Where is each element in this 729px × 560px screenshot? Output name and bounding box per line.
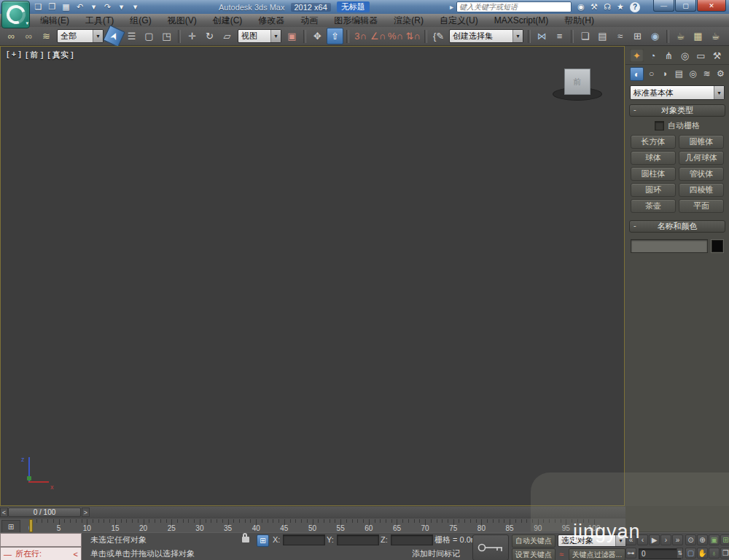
dropdown-arrow-icon[interactable]: ▾ [270,30,281,42]
menu-create[interactable]: 创建(C) [205,14,251,27]
tab-modify[interactable]: ◔ [646,49,660,62]
subtab-systems[interactable]: ⚙ [714,67,727,79]
minimize-button[interactable]: — [653,0,674,12]
redo-dropdown-icon[interactable]: ▾ [115,1,128,12]
viewcube-cube[interactable]: 前 [564,69,590,95]
dropdown-arrow-icon[interactable]: ▾ [512,30,523,42]
subscription-key-icon[interactable]: ⚒ [588,1,601,12]
communication-center-icon[interactable]: ☊ [601,1,614,12]
frame-spinner[interactable]: ⇅ [677,548,683,559]
teapot-button[interactable]: 茶壶 [631,199,676,213]
z-coord-field[interactable] [391,534,433,545]
time-slider-button[interactable]: 0 / 100 [8,508,81,517]
name-color-rollout-header[interactable]: - 名称和颜色 [629,220,725,233]
viewport-view-menu[interactable]: [ 前 ] [26,50,43,61]
select-and-link-icon[interactable]: ∞ [3,28,20,44]
menu-maxscript[interactable]: MAXScript(M) [486,14,557,27]
viewport-general-menu[interactable]: [ + ] [7,50,21,61]
edit-named-selection-sets-icon[interactable]: {✎ [430,28,447,44]
plane-button[interactable]: 平面 [679,199,724,213]
menu-views[interactable]: 视图(V) [160,14,205,27]
graphite-modeling-icon[interactable]: ▤ [594,28,611,44]
use-pivot-point-center-icon[interactable]: ▣ [284,28,300,44]
orbit-button[interactable]: ♁ [709,548,720,559]
open-file-icon[interactable]: ❒ [46,1,58,12]
select-object-icon[interactable]: ➤ [103,25,125,47]
menu-customize[interactable]: 自定义(U) [432,14,486,27]
window-crossing-toggle-icon[interactable]: ◳ [158,28,175,44]
box-button[interactable]: 长方体 [631,135,676,149]
maximize-viewport-button[interactable]: ❒ [720,548,729,559]
favorites-star-icon[interactable]: ★ [614,1,627,12]
render-setup-icon[interactable]: ☕ [672,28,689,44]
object-color-swatch[interactable] [711,239,724,253]
infocenter-expand-icon[interactable]: ▸ [450,3,453,11]
dropdown-arrow-icon[interactable]: ▾ [93,30,103,42]
menu-graph-editors[interactable]: 图形编辑器 [326,14,386,27]
manage-layers-icon[interactable]: ❏ [577,28,593,44]
select-and-move-icon[interactable]: ✛ [184,28,200,44]
material-editor-icon[interactable]: ◉ [647,28,663,44]
unlink-selection-icon[interactable]: ∞ [20,28,37,44]
tab-hierarchy[interactable]: ⋔ [662,49,676,62]
zoom-extents-button[interactable]: ▣ [709,534,720,545]
viewport-shading-menu[interactable]: [ 真实 ] [47,50,73,61]
absolute-mode-icon[interactable]: ⊞ [257,534,269,547]
torus-button[interactable]: 圆环 [631,183,676,197]
subtab-helpers[interactable]: ◎ [687,67,699,79]
go-to-end-button[interactable]: » [672,534,683,545]
mirror-icon[interactable]: ⋈ [534,28,550,44]
play-button[interactable]: ▶ [649,534,660,545]
spinner-snap-icon[interactable]: ⇅∩ [405,28,421,44]
application-menu-button[interactable]: ▾ [1,1,30,28]
dropdown-arrow-icon[interactable]: ▾ [714,86,724,99]
primitive-category-dropdown[interactable]: 标准基本体 ▾ [630,85,725,100]
named-selection-sets-dropdown[interactable]: 创建选择集▾ [449,29,523,43]
align-icon[interactable]: ≡ [551,28,568,44]
tab-create[interactable]: ✦ [630,49,644,62]
render-production-icon[interactable]: ☕ [707,28,724,44]
menu-tools[interactable]: 工具(T) [77,14,122,27]
percent-snap-icon[interactable]: %∩ [387,28,404,44]
bind-to-space-warp-icon[interactable]: ≋ [38,28,55,44]
tube-button[interactable]: 管状体 [679,167,724,181]
object-type-rollout-header[interactable]: - 对象类型 [629,104,725,117]
cylinder-button[interactable]: 圆柱体 [631,167,676,181]
reference-coordinate-system-dropdown[interactable]: 视图▾ [238,29,281,43]
viewcube[interactable]: 前 [553,69,604,102]
select-and-rotate-icon[interactable]: ↻ [201,28,218,44]
rollout-collapse-icon[interactable]: - [634,105,636,114]
geosphere-button[interactable]: 几何球体 [679,151,724,165]
key-filters-button[interactable]: 关键点过滤器... [569,548,625,560]
next-frame-arrow[interactable]: > [82,508,90,517]
front-viewport[interactable]: [ + ][ 前 ][ 真实 ] 前 x z [0,46,625,506]
save-file-icon[interactable]: ▦ [60,1,72,12]
search-input[interactable] [456,1,572,12]
cone-button[interactable]: 圆锥体 [679,135,724,149]
zoom-all-button[interactable]: ⊕ [697,534,708,545]
tab-motion[interactable]: ◎ [678,49,692,62]
snap-toggle-3d-icon[interactable]: 3∩ [352,28,369,44]
undo-icon[interactable]: ↶ [74,1,86,12]
open-mini-curve-editor-button[interactable]: ⊞ [1,520,20,533]
undo-dropdown-icon[interactable]: ▾ [87,1,100,12]
auto-key-button[interactable]: 自动关键点 [512,534,555,548]
angle-snap-icon[interactable]: ∠∩ [370,28,386,44]
menu-help[interactable]: 帮助(H) [556,14,602,27]
menu-modifiers[interactable]: 修改器 [250,14,292,27]
current-frame-field[interactable]: 0 [639,548,681,559]
subtab-space-warps[interactable]: ≋ [701,67,713,79]
add-time-tag-label[interactable]: 添加时间标记 [412,547,460,560]
rollout-collapse-icon[interactable]: - [634,221,636,230]
key-mode-toggle-button[interactable]: ⊶ [625,548,636,559]
current-frame-marker[interactable] [29,519,33,532]
menu-edit[interactable]: 编辑(E) [32,14,77,27]
maximize-button[interactable]: ▢ [675,0,696,12]
set-key-button[interactable]: 设置关键点 [512,548,555,560]
search-icon[interactable]: ◉ [574,1,588,12]
schematic-view-icon[interactable]: ⊞ [629,28,646,44]
x-coord-field[interactable] [283,534,325,545]
previous-frame-arrow[interactable]: < [0,508,8,517]
rendered-frame-window-icon[interactable]: ▦ [690,28,706,44]
subtab-shapes[interactable]: ○ [645,67,658,79]
